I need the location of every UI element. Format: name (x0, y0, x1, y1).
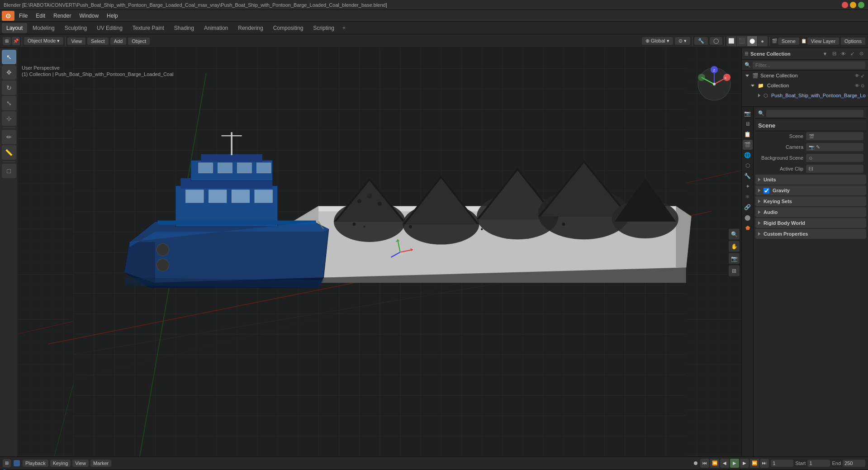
tab-compositing[interactable]: Compositing (269, 23, 308, 33)
scene-name-field[interactable]: 🎬 (806, 132, 863, 140)
view-menu[interactable]: View (67, 38, 85, 45)
playback-menu[interactable]: Playback (23, 460, 48, 467)
marker-menu[interactable]: Marker (90, 460, 111, 467)
tab-modeling[interactable]: Modeling (28, 23, 59, 33)
options-btn[interactable]: Options (841, 38, 865, 45)
prop-object-icon[interactable]: ⬡ (743, 161, 753, 171)
outliner-options-btn[interactable]: ⊟ (830, 50, 838, 58)
step-back-btn[interactable]: ⏪ (710, 459, 719, 468)
property-search-input[interactable] (766, 110, 863, 117)
blender-logo[interactable]: ⊙ (2, 11, 14, 21)
frame-end-input[interactable]: 250 (843, 460, 865, 467)
prop-view-layer-icon[interactable]: 📋 (743, 129, 753, 139)
select-icon[interactable]: ↙ (861, 73, 864, 78)
viewlayer-dropdown[interactable]: View Layer (807, 38, 839, 45)
view-menu-tl[interactable]: View (72, 460, 89, 467)
move-tool[interactable]: ✥ (2, 65, 16, 80)
prop-render-icon[interactable]: 📷 (743, 109, 753, 119)
transform-tool[interactable]: ⊹ (2, 111, 16, 126)
add-cube-tool[interactable]: □ (2, 164, 16, 178)
menu-edit[interactable]: Edit (32, 12, 49, 20)
pin-btn[interactable]: 📌 (12, 37, 20, 45)
camera-btn[interactable]: 📷 (729, 253, 740, 264)
prop-constraints-icon[interactable]: 🔗 (743, 202, 753, 212)
keying-menu[interactable]: Keying (50, 460, 71, 467)
keying-sets-header[interactable]: Keying Sets (755, 196, 866, 206)
pan-btn[interactable]: ✋ (729, 241, 740, 252)
next-frame-btn[interactable]: ▶ (740, 459, 749, 468)
tab-sculpting[interactable]: Sculpting (60, 23, 91, 33)
tab-texture-paint[interactable]: Texture Paint (128, 23, 169, 33)
prop-output-icon[interactable]: 🖥 (743, 119, 753, 129)
add-menu[interactable]: Add (110, 38, 127, 45)
play-btn[interactable]: ▶ (730, 459, 739, 468)
frame-start-input[interactable]: 1 (807, 460, 830, 467)
tab-uv-editing[interactable]: UV Editing (92, 23, 127, 33)
global-transform-btn[interactable]: ⊕ Global ▾ (642, 37, 673, 45)
close-btn[interactable] (842, 2, 848, 8)
menu-file[interactable]: File (15, 12, 31, 20)
outliner-search-input[interactable] (753, 62, 865, 69)
viewport-3d[interactable]: User Perspective (1) Collection | Push_B… (18, 48, 741, 456)
units-header[interactable]: Units (755, 175, 866, 185)
wireframe-btn[interactable]: ⬜ (726, 36, 736, 46)
current-frame-input[interactable]: 1 (771, 460, 793, 467)
active-clip-field[interactable]: 🎞 (806, 165, 863, 173)
maximize-btn[interactable] (858, 2, 864, 8)
prop-world-icon[interactable]: 🌐 (743, 150, 753, 160)
prop-physics-icon[interactable]: ⚛ (743, 192, 753, 202)
outliner-view-eye[interactable]: 👁 (839, 50, 847, 58)
step-forward-btn[interactable]: ⏩ (750, 459, 759, 468)
transform-pivot-btn[interactable]: ⊙ ▾ (675, 37, 690, 45)
scene-dropdown[interactable]: Scene (778, 38, 799, 45)
proportional-edit-btn[interactable]: ◯ (710, 37, 722, 45)
custom-props-header[interactable]: Custom Properties (755, 229, 866, 239)
rotate-tool[interactable]: ↻ (2, 81, 16, 95)
prop-particles-icon[interactable]: ✦ (743, 181, 753, 191)
add-workspace-button[interactable]: + (340, 24, 348, 32)
prop-modifiers-icon[interactable]: 🔧 (743, 171, 753, 181)
measure-tool[interactable]: 📏 (2, 145, 16, 160)
material-preview-btn[interactable]: ⬤ (747, 36, 757, 46)
outliner-object[interactable]: ⬡ Push_Boat_Ship_with_Pontoon_Barge_Lo 👁… (742, 90, 868, 100)
navigation-gizmo[interactable]: X Z (696, 66, 732, 102)
editor-type-btn[interactable]: ⊞ (3, 37, 11, 45)
solid-btn[interactable]: ⬛ (737, 36, 747, 46)
menu-help[interactable]: Help (103, 12, 122, 20)
prev-frame-btn[interactable]: ◀ (720, 459, 729, 468)
camera-field[interactable]: 📷 ✎ (806, 143, 863, 151)
camera-edit-btn[interactable]: ✎ (816, 144, 820, 150)
visibility-icon[interactable]: 👁 (855, 73, 859, 78)
annotate-tool[interactable]: ✏ (2, 130, 16, 144)
tab-scripting[interactable]: Scripting (308, 23, 339, 33)
gravity-header[interactable]: Gravity (755, 185, 866, 195)
tab-shading[interactable]: Shading (170, 23, 199, 33)
outliner-filter-btn[interactable]: ▼ (821, 50, 829, 58)
bg-scene-field[interactable]: ⊙ (806, 154, 863, 162)
prop-scene-icon[interactable]: 🎬 (743, 140, 753, 150)
gravity-checkbox[interactable] (764, 188, 769, 194)
timeline-editor-type-btn[interactable]: ⊞ (3, 459, 11, 467)
audio-header[interactable]: Audio (755, 207, 866, 217)
outliner-view-hide[interactable]: ⊙ (857, 50, 865, 58)
minimize-btn[interactable] (850, 2, 856, 8)
prop-data-icon[interactable]: ⬤ (743, 213, 753, 223)
menu-window[interactable]: Window (76, 12, 102, 20)
tab-layout[interactable]: Layout (2, 23, 27, 33)
object-mode-btn[interactable]: Object Mode ▾ (24, 37, 63, 45)
tab-rendering[interactable]: Rendering (233, 23, 267, 33)
zoom-in-btn[interactable]: 🔍 (729, 228, 740, 239)
snap-btn[interactable]: 🔧 (694, 37, 708, 45)
rendered-btn[interactable]: ● (758, 36, 768, 46)
col-exclude-icon[interactable]: ⊙ (861, 83, 864, 88)
select-menu[interactable]: Select (87, 38, 109, 45)
prop-material-icon[interactable]: ⬟ (743, 223, 753, 233)
jump-end-btn[interactable]: ⏭ (760, 459, 769, 468)
outliner-collection[interactable]: 📁 Collection 👁 ⊙ (742, 81, 868, 90)
scale-tool[interactable]: ⤡ (2, 96, 16, 110)
outliner-scene-collection[interactable]: 🎬 Scene Collection 👁 ↙ (742, 71, 868, 81)
grid-btn[interactable]: ⊞ (729, 265, 740, 276)
tab-animation[interactable]: Animation (199, 23, 232, 33)
rigid-body-world-header[interactable]: Rigid Body World (755, 218, 866, 228)
jump-start-btn[interactable]: ⏮ (700, 459, 709, 468)
